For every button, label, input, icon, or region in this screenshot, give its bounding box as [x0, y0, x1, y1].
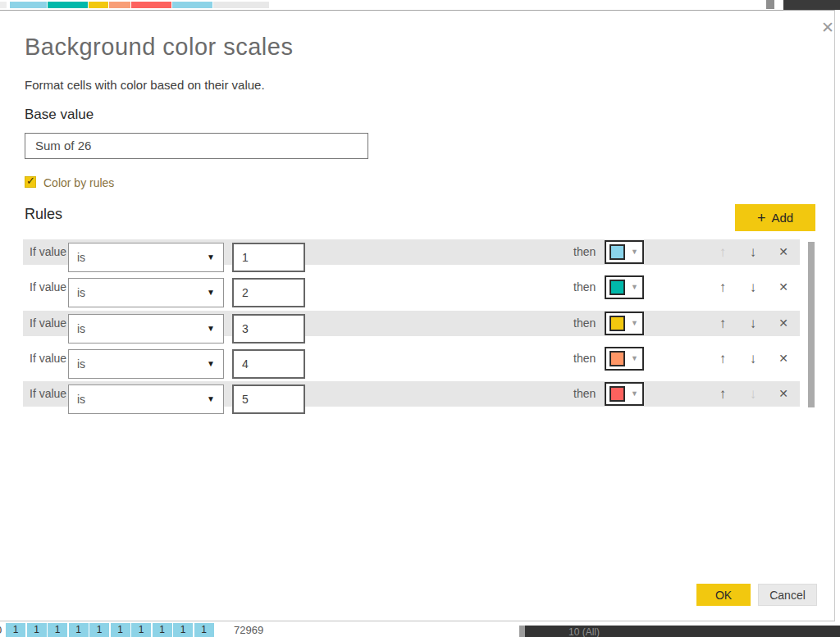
- operator-value: is: [77, 279, 85, 307]
- background-report-top: [0, 0, 840, 10]
- rule-row: If value is ▼ 5 then ▼ ↑ ↓ ✕: [23, 381, 800, 416]
- table-header-cell: [89, 2, 108, 8]
- move-down-icon[interactable]: ↓: [743, 275, 763, 300]
- move-up-icon[interactable]: ↑: [713, 239, 733, 265]
- rule-row: If value is ▼ 4 then ▼ ↑ ↓ ✕: [23, 346, 800, 381]
- scrollbar[interactable]: [519, 626, 525, 637]
- table-header-cell: [213, 2, 269, 8]
- delete-rule-icon[interactable]: ✕: [774, 346, 793, 371]
- rule-row: If value is ▼ 1 then ▼ ↑ ↓ ✕: [23, 239, 800, 275]
- operator-value: is: [77, 315, 85, 343]
- rule-value-input[interactable]: 3: [232, 314, 305, 344]
- background-report-bottom: 0 1111111111 72969 10 (All): [0, 621, 840, 637]
- if-value-label: If value: [30, 311, 66, 336]
- then-label: then: [573, 275, 596, 300]
- chevron-down-icon: ▼: [631, 313, 638, 334]
- table-header-cell: [48, 2, 88, 8]
- then-label: then: [573, 381, 596, 407]
- then-label: then: [573, 311, 596, 336]
- add-rule-button[interactable]: +Add: [735, 204, 815, 231]
- delete-rule-icon[interactable]: ✕: [774, 381, 793, 407]
- rule-value-input[interactable]: 2: [232, 278, 305, 307]
- background-color-scales-dialog: ✕ Background color scales Format cells w…: [0, 10, 835, 621]
- ok-button[interactable]: OK: [696, 584, 751, 606]
- move-up-icon[interactable]: ↑: [713, 381, 733, 407]
- color-swatch: [609, 351, 625, 366]
- dialog-subtitle: Format cells with color based on their v…: [25, 78, 265, 92]
- color-picker-button[interactable]: ▼: [605, 382, 644, 406]
- color-swatch: [609, 316, 625, 331]
- table-cell: 1: [173, 623, 193, 637]
- plus-icon: +: [757, 210, 766, 226]
- rules-scrollbar[interactable]: [808, 242, 815, 407]
- color-picker-button[interactable]: ▼: [605, 240, 644, 264]
- rule-value-input[interactable]: 1: [232, 243, 305, 272]
- close-icon[interactable]: ✕: [819, 19, 837, 37]
- delete-rule-icon[interactable]: ✕: [774, 239, 793, 265]
- base-value-label: Base value: [25, 107, 94, 123]
- chevron-down-icon: ▼: [207, 385, 215, 413]
- color-picker-button[interactable]: ▼: [605, 312, 644, 335]
- delete-rule-icon[interactable]: ✕: [774, 275, 793, 300]
- table-cell: 1: [194, 623, 214, 637]
- if-value-label: If value: [30, 346, 66, 371]
- table-cell: 1: [27, 623, 47, 637]
- operator-select[interactable]: is ▼: [68, 278, 224, 307]
- rule-value-input[interactable]: 5: [232, 384, 305, 414]
- chevron-down-icon: ▼: [207, 350, 215, 378]
- move-up-icon[interactable]: ↑: [713, 275, 733, 300]
- chevron-down-icon: ▼: [207, 243, 215, 271]
- operator-select[interactable]: is ▼: [68, 384, 224, 414]
- then-label: then: [573, 346, 596, 371]
- operator-value: is: [77, 385, 85, 413]
- table-header-cell: [131, 2, 171, 8]
- move-down-icon[interactable]: ↓: [743, 381, 763, 407]
- then-label: then: [573, 239, 596, 265]
- color-swatch: [609, 280, 625, 295]
- move-down-icon[interactable]: ↓: [743, 311, 763, 336]
- page-title: Background color scales: [25, 34, 293, 61]
- table-cell: 1: [69, 623, 89, 637]
- scrollbar[interactable]: [766, 0, 774, 9]
- color-picker-button[interactable]: ▼: [605, 347, 644, 371]
- cancel-button[interactable]: Cancel: [758, 584, 817, 606]
- color-swatch: [609, 244, 625, 260]
- color-picker-button[interactable]: ▼: [605, 275, 644, 299]
- move-up-icon[interactable]: ↑: [713, 346, 733, 371]
- table-cell: 1: [111, 623, 130, 637]
- color-by-rules-label: Color by rules: [43, 176, 114, 189]
- if-value-label: If value: [30, 239, 66, 265]
- table-cell: 1: [153, 623, 172, 637]
- move-down-icon[interactable]: ↓: [743, 346, 763, 371]
- if-value-label: If value: [30, 275, 66, 300]
- operator-select[interactable]: is ▼: [68, 243, 224, 272]
- rules-list: If value is ▼ 1 then ▼ ↑ ↓ ✕ If value is…: [23, 239, 800, 412]
- chevron-down-icon: ▼: [631, 277, 638, 298]
- operator-select[interactable]: is ▼: [68, 314, 224, 344]
- table-header-cell: [0, 2, 7, 8]
- table-cell: 1: [6, 623, 25, 637]
- chevron-down-icon: ▼: [631, 242, 638, 262]
- chevron-down-icon: ▼: [631, 384, 638, 404]
- rule-row: If value is ▼ 2 then ▼ ↑ ↓ ✕: [23, 275, 800, 310]
- table-cell-total: 72969: [234, 624, 263, 636]
- move-up-icon[interactable]: ↑: [713, 311, 733, 336]
- color-swatch: [609, 386, 625, 402]
- rules-heading: Rules: [25, 206, 62, 223]
- operator-select[interactable]: is ▼: [68, 349, 224, 379]
- base-value-input[interactable]: Sum of 26: [25, 133, 368, 159]
- filter-pane-edge: 10 (All): [519, 626, 840, 637]
- rule-row: If value is ▼ 3 then ▼ ↑ ↓ ✕: [23, 311, 800, 346]
- table-header-cell: [172, 2, 212, 8]
- color-by-rules-checkbox[interactable]: ✓: [25, 176, 36, 188]
- move-down-icon[interactable]: ↓: [743, 239, 763, 265]
- rule-value-input[interactable]: 4: [232, 349, 305, 379]
- screen: ✕ Background color scales Format cells w…: [0, 0, 840, 637]
- chevron-down-icon: ▼: [207, 279, 215, 307]
- filter-text: 10 (All): [568, 626, 600, 637]
- if-value-label: If value: [30, 381, 66, 407]
- operator-value: is: [77, 243, 85, 271]
- delete-rule-icon[interactable]: ✕: [774, 311, 793, 336]
- operator-value: is: [77, 350, 85, 378]
- add-rule-label: Add: [771, 211, 793, 225]
